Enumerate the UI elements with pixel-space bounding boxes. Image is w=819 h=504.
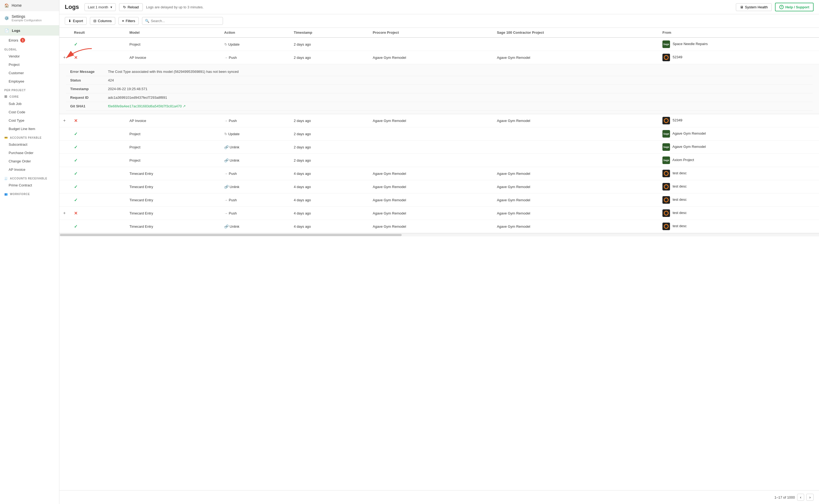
- export-button[interactable]: ⬇ Export: [65, 17, 87, 25]
- col-header-from: From: [659, 28, 819, 38]
- col-header-model: Model: [126, 28, 220, 38]
- global-section-label: GLOBAL: [0, 45, 59, 52]
- sidebar-item-settings[interactable]: ⚙️ Settings Example Configuration: [0, 11, 59, 25]
- accounts-receivable-icon: 🧾: [4, 177, 8, 180]
- filters-button[interactable]: ≡ Filters: [118, 17, 139, 25]
- sage-logo: Sage: [662, 156, 670, 164]
- sidebar-item-customer[interactable]: Customer: [0, 69, 59, 77]
- success-icon: ✓: [74, 42, 77, 47]
- sage-project-cell: [493, 38, 659, 51]
- expand-placeholder: [59, 167, 70, 180]
- expand-placeholder: [59, 141, 70, 154]
- action-cell: ↻ Update: [224, 42, 240, 46]
- sidebar-item-change-order[interactable]: Change Order: [0, 157, 59, 165]
- request-id-row: Request ID adc1a3699101ed9437fecf7293a8f…: [66, 93, 813, 102]
- procore-logo: [662, 209, 670, 217]
- procore-logo: [662, 170, 670, 177]
- request-id-value: adc1a3699101ed9437fecf7293a8f891: [104, 93, 813, 102]
- result-cell: ✓: [70, 38, 126, 51]
- table-row: ✓ Project 🔗 Unlink 2 days ago Sage Agave…: [59, 141, 819, 154]
- success-icon: ✓: [74, 198, 77, 202]
- status-value: 424: [104, 76, 813, 85]
- columns-button[interactable]: ⊟ Columns: [90, 17, 115, 25]
- action-cell: → Push: [220, 207, 290, 220]
- table-row: ✓ Timecard Entry 🔗 Unlink 4 days ago Aga…: [59, 180, 819, 193]
- date-filter[interactable]: Last 1 month ▾: [84, 3, 116, 11]
- col-header-expand: [59, 28, 70, 38]
- table-row[interactable]: + ✕ AP Invoice → Push 2 days ago Agave G…: [59, 114, 819, 127]
- sidebar-item-cost-code[interactable]: Cost Code: [0, 108, 59, 116]
- sage-project-cell: Agave Gym Remodel: [493, 220, 659, 233]
- model-cell: Project: [126, 38, 220, 51]
- table-row: ✓ Timecard Entry 🔗 Unlink 4 days ago Aga…: [59, 220, 819, 233]
- timestamp-cell: 2 days ago: [290, 51, 369, 64]
- action-cell: → Push: [224, 198, 237, 202]
- sidebar-item-ap-invoice[interactable]: AP Invoice: [0, 165, 59, 174]
- delay-message: Logs are delayed by up to 3 minutes.: [146, 5, 733, 9]
- sidebar-item-prime-contract[interactable]: Prime Contract: [0, 181, 59, 189]
- table-row: ✓ Project ↻ Update 2 days ago Sage Agave…: [59, 127, 819, 141]
- sidebar-item-cost-type[interactable]: Cost Type: [0, 116, 59, 125]
- sidebar-item-logs[interactable]: 📄 Logs: [0, 25, 59, 36]
- action-cell: 🔗 Unlink: [220, 141, 290, 154]
- help-button[interactable]: ? Help / Support: [775, 3, 814, 11]
- sage-project-cell: [493, 127, 659, 141]
- monitor-icon: 🖥: [740, 5, 743, 9]
- error-timestamp-row: Timestamp 2024-06-22 19:25:48.571: [66, 85, 813, 93]
- logs-table: Result Model Action Timestamp Procore Pr…: [59, 28, 819, 233]
- search-box[interactable]: 🔍: [142, 17, 223, 25]
- col-header-action: Action: [220, 28, 290, 38]
- git-sha1-link[interactable]: f0e66fe9a4ee17ac391683d6a545fd7f3c81a470…: [108, 104, 808, 108]
- git-sha1-row: Git SHA1 f0e66fe9a4ee17ac391683d6a545fd7…: [66, 102, 813, 111]
- sidebar-item-project[interactable]: Project: [0, 60, 59, 69]
- git-sha1-value[interactable]: f0e66fe9a4ee17ac391683d6a545fd7f3c81a470…: [104, 102, 813, 111]
- sidebar-item-home[interactable]: 🏠 Home: [0, 0, 59, 11]
- model-cell: Project: [126, 154, 220, 167]
- main-content: Logs Last 1 month ▾ ↻ Reload Logs are de…: [59, 0, 819, 504]
- procore-logo: [662, 183, 670, 190]
- sidebar-item-subcontract[interactable]: Subcontract: [0, 140, 59, 149]
- next-page-button[interactable]: ›: [806, 494, 814, 501]
- action-cell: → Push: [224, 172, 237, 176]
- from-cell: Sage Agave Gym Remodel: [659, 141, 819, 154]
- external-link-icon: ↗: [183, 104, 186, 108]
- sidebar-item-budget-line-item[interactable]: Budget Line Item: [0, 125, 59, 133]
- horizontal-scrollbar[interactable]: [59, 233, 819, 236]
- timestamp-cell: 4 days ago: [290, 180, 369, 193]
- sage-project-cell: Agave Gym Remodel: [493, 167, 659, 180]
- sidebar-item-employee[interactable]: Employee: [0, 77, 59, 86]
- expand-toggle[interactable]: +: [59, 51, 70, 64]
- error-timestamp-value: 2024-06-22 19:25:48.571: [104, 85, 813, 93]
- action-cell: → Push: [224, 211, 237, 215]
- procore-project-cell: Agave Gym Remodel: [369, 167, 493, 180]
- expand-toggle[interactable]: +: [59, 207, 70, 220]
- expand-placeholder: [59, 180, 70, 193]
- error-message-value: The Cost Type associated with this model…: [104, 67, 813, 76]
- sidebar-item-vendor[interactable]: Vendor: [0, 52, 59, 60]
- procore-project-cell: Agave Gym Remodel: [369, 51, 493, 64]
- chevron-down-icon: ▾: [110, 5, 112, 9]
- accounts-receivable-section-label: 🧾 ACCOUNTS RECEIVABLE: [0, 174, 59, 181]
- timestamp-cell: 2 days ago: [290, 114, 369, 127]
- result-cell: ✕: [70, 51, 126, 64]
- result-cell: ✓: [70, 127, 126, 141]
- model-cell: Project: [126, 127, 220, 141]
- table-row[interactable]: + ✕ Timecard Entry → Push 4 days ago Aga…: [59, 207, 819, 220]
- sidebar-item-sub-job[interactable]: Sub Job: [0, 100, 59, 108]
- prev-page-button[interactable]: ‹: [797, 494, 804, 501]
- system-health-button[interactable]: 🖥 System Health: [736, 3, 772, 11]
- procore-project-cell: Agave Gym Remodel: [369, 180, 493, 193]
- search-input[interactable]: [151, 19, 220, 23]
- page-header: Logs Last 1 month ▾ ↻ Reload Logs are de…: [59, 0, 819, 14]
- table-row[interactable]: + ✕ AP Invoice → Push 2 days ago Agave G…: [59, 51, 819, 64]
- per-project-section-label: PER PROJECT: [0, 86, 59, 93]
- sidebar-item-purchase-order[interactable]: Purchase Order: [0, 149, 59, 157]
- timestamp-cell: 4 days ago: [290, 167, 369, 180]
- sidebar-item-errors[interactable]: Errors 1: [0, 36, 59, 45]
- procore-logo: [662, 223, 670, 230]
- timestamp-cell: 2 days ago: [290, 127, 369, 141]
- timestamp-cell: 4 days ago: [290, 207, 369, 220]
- reload-button[interactable]: ↻ Reload: [119, 3, 143, 11]
- expand-toggle[interactable]: +: [59, 114, 70, 127]
- procore-project-cell: [369, 141, 493, 154]
